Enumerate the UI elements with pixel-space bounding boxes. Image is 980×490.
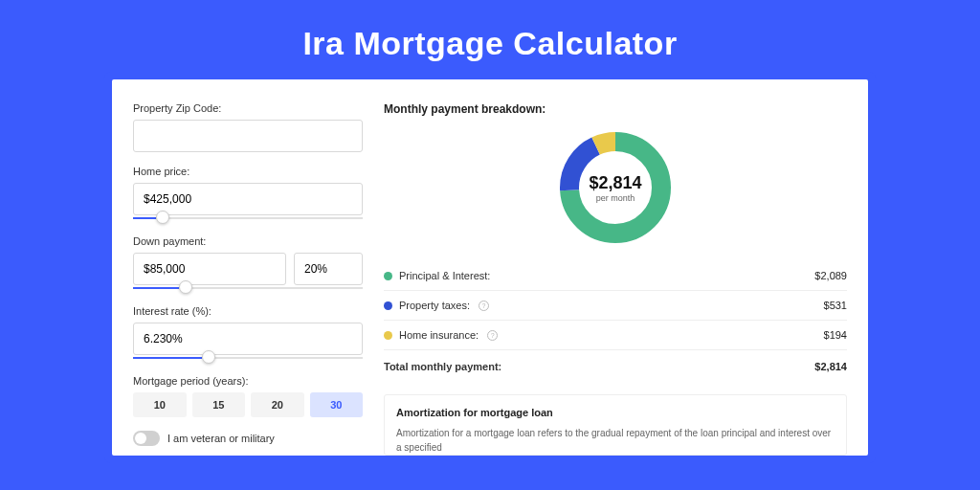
home-price-label: Home price:: [133, 166, 363, 177]
calculator-card: Property Zip Code: Home price: Down paym…: [112, 79, 868, 456]
legend-total-label: Total monthly payment:: [384, 361, 501, 372]
breakdown-panel: Monthly payment breakdown: $2,814 per mo…: [384, 102, 847, 456]
amortization-text: Amortization for a mortgage loan refers …: [396, 426, 835, 455]
breakdown-donut-chart: $2,814 per month: [557, 129, 674, 246]
info-icon[interactable]: ?: [479, 301, 489, 311]
period-15-button[interactable]: 15: [192, 392, 246, 417]
period-30-button[interactable]: 30: [310, 392, 364, 417]
legend-label: Property taxes:: [399, 300, 470, 311]
info-icon[interactable]: ?: [487, 330, 498, 341]
down-payment-field: Down payment:: [133, 235, 363, 292]
slider-thumb[interactable]: [156, 211, 169, 224]
legend-total-value: $2,814: [814, 361, 847, 372]
legend-dot: [384, 301, 392, 310]
veteran-row: I am veteran or military: [133, 431, 363, 446]
legend-dot: [384, 272, 392, 280]
legend-value: $194: [824, 329, 847, 341]
amortization-title: Amortization for mortgage loan: [396, 407, 835, 418]
down-payment-pct-input[interactable]: [294, 253, 363, 285]
legend-value: $531: [824, 300, 847, 311]
slider-thumb[interactable]: [179, 280, 192, 294]
donut-center-value: $2,814: [589, 173, 641, 193]
period-buttons: 10 15 20 30: [133, 392, 363, 417]
period-field: Mortgage period (years): 10 15 20 30: [133, 375, 363, 417]
down-payment-input[interactable]: [133, 253, 286, 285]
veteran-toggle[interactable]: [133, 431, 160, 446]
home-price-field: Home price:: [133, 166, 363, 222]
zip-field: Property Zip Code:: [133, 102, 363, 152]
down-payment-slider[interactable]: [133, 284, 363, 292]
legend-row-principal: Principal & Interest: $2,089: [384, 261, 847, 291]
home-price-input[interactable]: [133, 183, 363, 215]
legend-dot: [384, 331, 392, 340]
period-20-button[interactable]: 20: [251, 392, 304, 417]
interest-input[interactable]: [133, 323, 363, 355]
down-payment-label: Down payment:: [133, 235, 363, 247]
legend-label: Home insurance:: [399, 329, 479, 341]
input-panel: Property Zip Code: Home price: Down paym…: [133, 102, 363, 456]
legend-row-insurance: Home insurance: ? $194: [384, 321, 847, 350]
interest-slider[interactable]: [133, 354, 363, 362]
legend-value: $2,089: [814, 270, 847, 281]
breakdown-title: Monthly payment breakdown:: [384, 102, 847, 116]
period-10-button[interactable]: 10: [133, 392, 187, 417]
donut-center-sub: per month: [596, 193, 635, 203]
legend-row-total: Total monthly payment: $2,814: [384, 350, 847, 381]
interest-label: Interest rate (%):: [133, 305, 363, 317]
veteran-label: I am veteran or military: [167, 433, 275, 444]
amortization-section: Amortization for mortgage loan Amortizat…: [384, 394, 847, 456]
zip-label: Property Zip Code:: [133, 102, 363, 114]
interest-field: Interest rate (%):: [133, 305, 363, 362]
legend-label: Principal & Interest:: [399, 270, 490, 281]
period-label: Mortgage period (years):: [133, 375, 363, 387]
page-title: Ira Mortgage Calculator: [0, 0, 980, 79]
home-price-slider[interactable]: [133, 214, 363, 222]
slider-thumb[interactable]: [202, 350, 215, 364]
zip-input[interactable]: [133, 120, 363, 152]
legend-row-taxes: Property taxes: ? $531: [384, 291, 847, 321]
